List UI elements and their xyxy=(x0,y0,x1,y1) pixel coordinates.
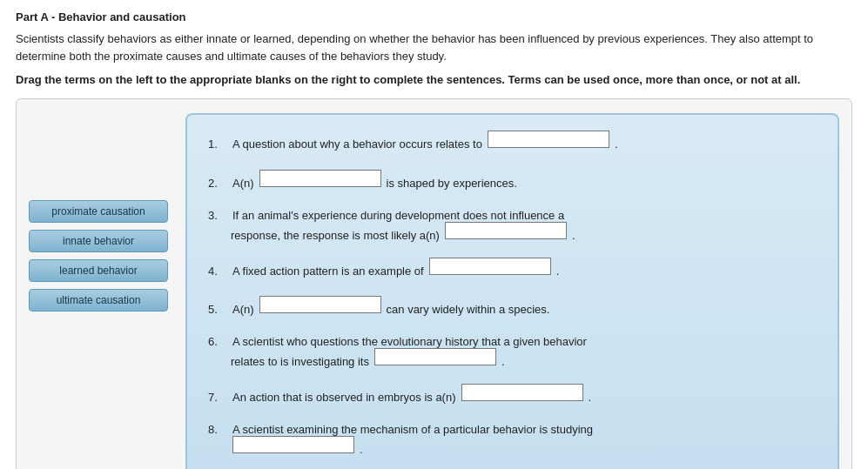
drop-box-6[interactable] xyxy=(374,348,496,365)
sentence-6: 6. A scientist who questions the evoluti… xyxy=(208,335,817,368)
term-innate-behavior[interactable]: innate behavior xyxy=(29,230,168,252)
sentence-1: 1. A question about why a behavior occur… xyxy=(208,131,817,154)
sentence-5: 5. A(n) can vary widely within a species… xyxy=(208,296,817,319)
sentence-6-number: 6. xyxy=(208,335,225,348)
sentence-1-after: . xyxy=(615,136,618,154)
part-title-text: Behavior and causation xyxy=(58,10,186,23)
sentence-6-line1: A scientist who questions the evolutiona… xyxy=(232,335,587,348)
drop-box-7[interactable] xyxy=(461,384,583,401)
sentence-4-number: 4. xyxy=(208,263,225,281)
sentences-panel: 1. A question about why a behavior occur… xyxy=(185,113,839,469)
sentence-8-line1: A scientist examining the mechanism of a… xyxy=(232,423,593,436)
sentence-6-after: . xyxy=(501,355,505,368)
part-label: Part A xyxy=(16,10,48,23)
sentence-7-number: 7. xyxy=(208,389,225,407)
sentence-3-number: 3. xyxy=(208,209,225,222)
sentence-3-line1: If an animal's experience during develop… xyxy=(232,209,564,222)
description-text: Scientists classify behaviors as either … xyxy=(16,30,817,64)
sentence-3-line2: response, the response is most likely a(… xyxy=(231,229,440,242)
sentence-8-number: 8. xyxy=(208,423,225,436)
sentence-7-before: An action that is observed in embryos is… xyxy=(232,389,456,407)
sentence-2-number: 2. xyxy=(208,175,225,193)
sentence-1-number: 1. xyxy=(208,136,225,154)
instruction-text: Drag the terms on the left to the approp… xyxy=(16,73,817,86)
sentence-5-before: A(n) xyxy=(232,301,254,319)
drop-box-1[interactable] xyxy=(488,131,609,148)
sentence-4: 4. A fixed action pattern is an example … xyxy=(208,258,817,281)
sentence-2-before: A(n) xyxy=(232,175,254,193)
sentence-3: 3. If an animal's experience during deve… xyxy=(208,209,817,242)
sentence-2-after: is shaped by experiences. xyxy=(387,175,517,193)
sentence-3-after: . xyxy=(572,229,575,242)
drop-box-8[interactable] xyxy=(232,436,354,453)
activity-area: proximate causation innate behavior lear… xyxy=(16,98,852,469)
sentence-2: 2. A(n) is shaped by experiences. xyxy=(208,170,817,193)
part-title: Part A - Behavior and causation xyxy=(16,10,852,23)
drop-box-4[interactable] xyxy=(429,258,551,275)
sentence-8-after: . xyxy=(360,443,363,456)
sentence-4-after: . xyxy=(556,263,560,281)
term-learned-behavior[interactable]: learned behavior xyxy=(29,259,168,282)
sentence-6-line2: relates to is investigating its xyxy=(231,355,369,368)
sentence-4-before: A fixed action pattern is an example of xyxy=(232,263,424,281)
drop-box-3[interactable] xyxy=(445,222,567,239)
drop-box-2[interactable] xyxy=(259,170,381,187)
sentence-5-number: 5. xyxy=(208,301,225,319)
sentence-7: 7. An action that is observed in embryos… xyxy=(208,384,817,407)
term-ultimate-causation[interactable]: ultimate causation xyxy=(29,289,168,312)
part-dash: - xyxy=(48,10,58,23)
page-container: Part A - Behavior and causation Scientis… xyxy=(0,0,868,469)
drop-box-5[interactable] xyxy=(259,296,381,313)
terms-panel: proximate causation innate behavior lear… xyxy=(29,200,168,312)
sentence-7-after: . xyxy=(589,389,592,407)
sentence-1-before: A question about why a behavior occurs r… xyxy=(232,136,482,154)
sentence-8: 8. A scientist examining the mechanism o… xyxy=(208,423,817,456)
sentence-5-after: can vary widely within a species. xyxy=(387,301,550,319)
term-proximate-causation[interactable]: proximate causation xyxy=(29,200,168,223)
